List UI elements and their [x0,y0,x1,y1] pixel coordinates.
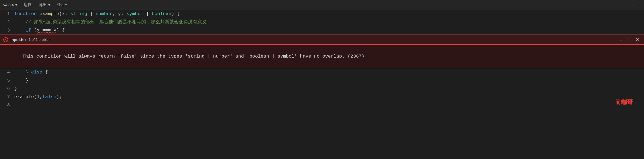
line-number: 7 [0,93,14,101]
code-line: 3 if (x === y) { [0,26,644,35]
code-line: 5 } [0,76,644,85]
line-content: } else { [14,68,48,76]
line-content: if (x === y) { [14,26,65,35]
code-line: 8 [0,101,644,109]
error-message-text: This condition will always return 'false… [22,54,364,59]
error-nav-down-button[interactable]: ↓ [618,36,624,44]
line-content: function example(x: string | number, y: … [14,10,180,18]
editor: 1 function example(x: string | number, y… [0,10,644,109]
line-number: 5 [0,76,14,85]
export-group: 导出 ▾ [38,1,50,8]
line-content [14,101,17,109]
error-count: 1 of 1 problem [29,38,51,42]
watermark: 前端哥 [615,98,633,106]
error-header: ✕ input.tsx 1 of 1 problem ↓ ↑ ✕ [0,35,644,45]
share-button[interactable]: Share [54,2,69,8]
error-nav-up-button[interactable]: ↑ [626,36,632,44]
line-number: 4 [0,68,14,76]
export-dropdown-icon[interactable]: ▾ [48,3,50,7]
line-number: 6 [0,85,14,93]
line-number: 8 [0,101,14,109]
error-panel: ✕ input.tsx 1 of 1 problem ↓ ↑ ✕ This co… [0,35,644,68]
line-content: example(1,false); [14,93,62,101]
code-area-top: 1 function example(x: string | number, y… [0,10,644,35]
arrow-right-icon: → [638,2,641,8]
code-line: 6 } [0,85,644,93]
error-circle-icon: ✕ [3,37,8,42]
line-number: 3 [0,26,14,35]
error-filename: input.tsx [10,38,26,42]
code-line: 4 } else { [0,68,644,76]
code-area-bottom: 4 } else { 5 } 6 } 7 example(1,false); 8 [0,68,644,109]
line-number: 2 [0,18,14,26]
version-dropdown-icon[interactable]: ▾ [15,3,17,7]
export-button[interactable]: 导出 [38,1,48,8]
toolbar: v4.8.4 ▾ 运行 导出 ▾ Share → [0,0,644,10]
code-line: 2 // 如果他们类型没有相等的部分，那么他们必是不相等的，那么判断就会变得没有… [0,18,644,26]
line-content: } [14,85,17,93]
error-message: This condition will always return 'false… [0,45,644,68]
code-line: 7 example(1,false); [0,93,644,101]
line-content: // 如果他们类型没有相等的部分，那么他们必是不相等的，那么判断就会变得没有意义 [14,18,207,26]
watermark-text: 前端哥 [615,98,633,105]
line-number: 1 [0,10,14,18]
version-label[interactable]: v4.8.4 [3,3,14,7]
line-content: } [14,76,28,85]
run-button[interactable]: 运行 [21,1,34,8]
error-close-button[interactable]: ✕ [634,36,641,43]
code-line: 1 function example(x: string | number, y… [0,10,644,18]
